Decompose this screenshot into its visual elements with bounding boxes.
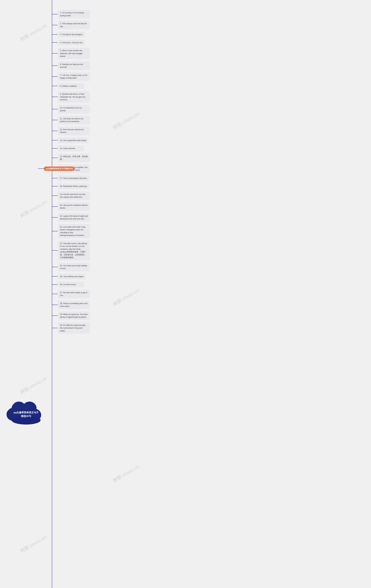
- connector-12: [52, 131, 58, 131]
- connector-7: [52, 76, 58, 77]
- item-box-5: 5. Since I have chosen the distance,I wi…: [58, 48, 90, 59]
- center-label-wrapper: qq头像带简单英文句子精选30句: [38, 167, 75, 171]
- item-node-23: 23. The dark corner, only belong to me, …: [58, 240, 122, 262]
- item-box-13: 13. Live a good life meet slowly.: [58, 137, 89, 143]
- connector-5: [52, 53, 58, 53]
- connector-15: [52, 158, 58, 158]
- connector-29: [52, 315, 58, 316]
- item-node-13: 13. Live a good life meet slowly.: [58, 136, 122, 145]
- item-box-21: 21. Lying in the dead of night and liste…: [58, 213, 90, 222]
- item-node-1: 1. I'm not lazy, I'm on energy saving mo…: [58, 9, 122, 20]
- item-node-19: 19. And the new fire to try new tea, poe…: [58, 190, 122, 201]
- connector-9: [52, 97, 58, 97]
- connector-6: [52, 65, 58, 66]
- item-box-14: 14. Learn and live.: [58, 146, 84, 151]
- item-node-12: 12. Don't let your dreams be dreams.: [58, 126, 122, 136]
- cloud-label: qq头像带简单英文句子精选30句: [13, 411, 39, 418]
- item-box-25: 25. I am ordinary yet unique.: [58, 274, 86, 279]
- item-box-26: 26. Le vent se lève,: [58, 282, 84, 287]
- item-box-27: 27. No hard work makes a pig of you.: [58, 290, 90, 298]
- item-box-19: 19. And the new fire to try new tea, poe…: [58, 191, 90, 200]
- connector-24: [52, 267, 58, 267]
- item-node-29: 29. When you grow up, You have plenty of…: [58, 310, 122, 321]
- item-box-3: 3. The past is the prologue.: [58, 32, 85, 37]
- item-box-17: 17. This is everybody's first time.: [58, 175, 89, 181]
- item-box-22: 22. Love dare not to fear a big dream, h…: [58, 224, 90, 238]
- item-box-12: 12. Don't let your dreams be dreams.: [58, 127, 90, 135]
- center-line: [52, 0, 52, 588]
- item-box-11: 11. Life does not have to be perfect to …: [58, 116, 90, 124]
- center-pill: qq头像带简单英文句子精选30句: [44, 167, 75, 171]
- connector-13: [52, 140, 58, 140]
- item-box-2: 2. Time always save the best for last.: [58, 21, 90, 29]
- item-node-3: 3. The past is the prologue.: [58, 31, 122, 39]
- center-label-line: [38, 168, 44, 169]
- item-node-8: 8. Lifeless, faultless.: [58, 82, 122, 90]
- connector-11: [52, 120, 58, 120]
- item-node-6: 6. Nobody can help you but yourself.: [58, 60, 122, 71]
- connector-10: [52, 109, 58, 109]
- connector-18: [52, 186, 58, 186]
- connector-30: [52, 328, 58, 328]
- item-box-18: 18. Respective efforts, peak bye.: [58, 183, 89, 189]
- left-panel: qq头像带简单英文句子精选30句: [0, 4, 52, 588]
- connector-22: [52, 231, 58, 231]
- connector-17: [52, 178, 58, 178]
- item-box-1: 1. I'm not lazy, I'm on energy saving mo…: [58, 10, 90, 18]
- connector-27: [52, 294, 58, 294]
- item-box-10: 10. I'm attracted to you by gravity.: [58, 105, 90, 114]
- item-node-21: 21. Lying in the dead of night and liste…: [58, 212, 122, 223]
- item-node-30: 30. It's difficult to pass through, the …: [58, 321, 122, 335]
- cloud-container: qq头像带简单英文句子精选30句: [6, 400, 46, 429]
- item-node-24: 24. You know you've got nothing to lose.: [58, 262, 122, 273]
- connector-23: [52, 250, 58, 251]
- connector-21: [52, 217, 58, 218]
- item-node-9: 9. Quartier des fleurs, à Face résiduell…: [58, 90, 122, 104]
- item-node-4: 4. I love you. I love you too.: [58, 39, 122, 47]
- item-box-28: 28. There is something time can't even e…: [58, 301, 90, 309]
- item-node-2: 2. Time always save the best for last.: [58, 20, 122, 31]
- main-container: qq头像带简单英文句子精选30句 qq头像带简单英文句子精选30句 1. I'm…: [0, 0, 125, 588]
- item-box-29: 29. When you grow up, You have plenty of…: [58, 312, 90, 320]
- item-node-14: 14. Learn and live.: [58, 144, 122, 152]
- item-node-20: 20. Like you for medicine without doctor…: [58, 201, 122, 212]
- connector-3: [52, 34, 58, 35]
- item-box-20: 20. Like you for medicine without doctor…: [58, 202, 90, 211]
- connector-19: [52, 196, 58, 196]
- item-node-11: 11. Life does not have to be perfect to …: [58, 115, 122, 126]
- connector-8: [52, 86, 58, 86]
- item-node-10: 10. I'm attracted to you by gravity.: [58, 104, 122, 115]
- connector-1: [52, 14, 58, 14]
- item-node-17: 17. This is everybody's first time.: [58, 174, 122, 182]
- item-box-8: 8. Lifeless, faultless.: [58, 83, 84, 89]
- item-node-22: 22. Love dare not to fear a big dream, h…: [58, 223, 122, 240]
- item-box-4: 4. I love you. I love you too.: [58, 40, 85, 45]
- connector-25: [52, 276, 58, 276]
- item-node-25: 25. I am ordinary yet unique.: [58, 273, 122, 281]
- item-node-15: 15. 所到之处，所见之事，所向披靡。: [58, 152, 122, 163]
- connector-20: [52, 206, 58, 207]
- item-node-18: 18. Respective efforts, peak bye.: [58, 182, 122, 190]
- connector-4: [52, 42, 58, 43]
- right-panel: qq头像带简单英文句子精选30句 1. I'm not lazy, I'm on…: [52, 4, 125, 588]
- connector-28: [52, 305, 58, 305]
- item-box-9: 9. Quartier des fleurs, à Face résiduell…: [58, 91, 90, 103]
- item-box-7: 7. I am me, a happy crazy, is not happy …: [58, 72, 90, 81]
- item-box-6: 6. Nobody can help you but yourself.: [58, 62, 90, 70]
- item-node-5: 5. Since I have chosen the distance,I wi…: [58, 47, 122, 60]
- item-box-23: 23. The dark corner, only belong to me, …: [58, 241, 90, 261]
- item-node-7: 7. I am me, a happy crazy, is not happy …: [58, 71, 122, 82]
- item-node-28: 28. There is something time can't even e…: [58, 299, 122, 310]
- item-node-26: 26. Le vent se lève,: [58, 281, 122, 289]
- item-box-30: 30. It's difficult to pass through, the …: [58, 322, 90, 334]
- connector-2: [52, 25, 58, 25]
- connector-26: [52, 284, 58, 285]
- item-node-27: 27. No hard work makes a pig of you.: [58, 289, 122, 299]
- item-box-15: 15. 所到之处，所见之事，所向披靡。: [58, 154, 90, 162]
- connector-14: [52, 148, 58, 148]
- item-box-24: 24. You know you've got nothing to lose.: [58, 263, 90, 271]
